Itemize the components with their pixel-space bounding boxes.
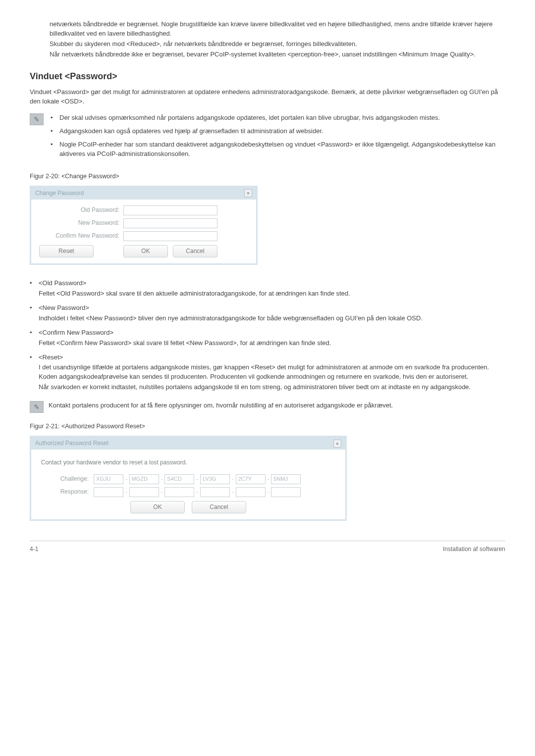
dash-icon: - [266, 488, 271, 496]
cancel-button[interactable]: Cancel [192, 501, 246, 513]
response-seg-input[interactable] [164, 487, 194, 497]
dialog-titlebar: Authorized Password Reset × [31, 437, 345, 450]
dialog-titlebar: Change Password × [31, 187, 256, 200]
desc-item-reset: <Reset> I det usandsynlige tilfælde at p… [30, 353, 505, 392]
challenge-seg: LV3G [200, 474, 230, 484]
desc-term: <Confirm New Password> [39, 328, 505, 338]
dash-icon: - [123, 488, 129, 496]
dash-icon: - [230, 475, 236, 483]
section-intro: Vinduet <Password> gør det muligt for ad… [30, 88, 505, 106]
desc-term: <Reset> [39, 353, 505, 362]
desc-body: Indholdet i feltet <New Password> bliver… [39, 314, 423, 322]
desc-item-confirm: <Confirm New Password> Feltet <Confirm N… [30, 328, 505, 348]
figure-caption-221: Figur 2-21: <Authorized Password Reset> [30, 422, 505, 431]
desc-item-new: <New Password> Indholdet i feltet <New P… [30, 303, 505, 323]
note-list: Der skal udvises opmærksomhed når portal… [49, 113, 505, 162]
challenge-label: Challenge: [39, 475, 94, 483]
desc-body: Feltet <Confirm New Password> skal svare… [39, 339, 331, 347]
old-password-input[interactable] [123, 205, 217, 215]
desc-term: <New Password> [39, 303, 505, 313]
confirm-password-label: Confirm New Password: [39, 232, 123, 240]
new-password-label: New Password: [39, 219, 123, 227]
description-list: <Old Password> Feltet <Old Password> ska… [30, 279, 505, 392]
note-text: Kontakt portalens producent for at få fl… [49, 401, 505, 410]
challenge-seg: 2C7Y [236, 474, 266, 484]
challenge-segments: XGJU - MGZD - S4CD - LV3G - 2C7Y - 5NMJ [94, 474, 301, 484]
section-heading: Vinduet <Password> [30, 70, 505, 83]
note-block-1: ✎ Der skal udvises opmærksomhed når port… [30, 113, 505, 162]
confirm-password-input[interactable] [123, 231, 217, 241]
response-seg-input[interactable] [129, 487, 159, 497]
dash-icon: - [230, 488, 236, 496]
cancel-button[interactable]: Cancel [173, 245, 217, 257]
dash-icon: - [194, 475, 200, 483]
note-item: Adgangskoden kan også opdateres ved hjæl… [51, 127, 505, 136]
note-item: Der skal udvises opmærksomhed når portal… [51, 113, 505, 123]
dash-icon: - [194, 488, 200, 496]
dash-icon: - [266, 475, 271, 483]
desc-item-old: <Old Password> Feltet <Old Password> ska… [30, 279, 505, 299]
close-icon[interactable]: × [244, 189, 252, 197]
desc-body: I det usandsynlige tilfælde at portalens… [39, 363, 505, 382]
intro-p2: Skubber du skyderen mod <Reduced>, når n… [50, 40, 505, 49]
change-password-dialog: Change Password × Old Password: New Pass… [30, 186, 258, 265]
note-icon: ✎ [30, 113, 44, 125]
intro-p1: netværkets båndbredde er begrænset. Nogl… [50, 20, 505, 39]
footer-section-title: Installation af softwaren [443, 545, 505, 554]
ok-button[interactable]: OK [130, 501, 185, 513]
dash-icon: - [159, 488, 165, 496]
response-seg-input[interactable] [271, 487, 301, 497]
dialog-title-text: Authorized Password Reset [35, 439, 108, 448]
intro-p3: Når netværkets båndbredde ikke er begræn… [50, 50, 505, 59]
response-seg-input[interactable] [94, 487, 123, 497]
authorized-password-reset-dialog: Authorized Password Reset × Contact your… [30, 436, 347, 521]
desc-term: <Old Password> [39, 279, 505, 288]
dash-icon: - [123, 475, 129, 483]
response-segments: - - - - - [94, 487, 301, 497]
desc-body: Feltet <Old Password> skal svare til den… [39, 290, 350, 297]
reset-button[interactable]: Reset [39, 245, 94, 257]
challenge-seg: MGZD [129, 474, 159, 484]
note-icon: ✎ [30, 401, 44, 413]
ok-button[interactable]: OK [123, 245, 168, 257]
intro-block: netværkets båndbredde er begrænset. Nogl… [30, 20, 505, 59]
challenge-seg: S4CD [164, 474, 194, 484]
response-label: Response: [39, 488, 94, 496]
footer-page-number: 4-1 [30, 545, 38, 554]
note-block-2: ✎ Kontakt portalens producent for at få … [30, 401, 505, 413]
old-password-label: Old Password: [39, 206, 123, 214]
figure-caption-220: Figur 2-20: <Change Password> [30, 172, 505, 181]
challenge-seg: 5NMJ [271, 474, 301, 484]
page-footer: 4-1 Installation af softwaren [30, 541, 505, 554]
response-seg-input[interactable] [200, 487, 230, 497]
close-icon[interactable]: × [333, 440, 341, 448]
note-item: Nogle PCoIP-enheder har som standard dea… [51, 140, 505, 159]
apr-intro-text: Contact your hardware vendor to reset a … [41, 458, 337, 467]
dialog-title-text: Change Password [35, 189, 84, 198]
challenge-seg: XGJU [94, 474, 123, 484]
dash-icon: - [159, 475, 165, 483]
response-seg-input[interactable] [236, 487, 266, 497]
desc-body-2: Når svarkoden er korrekt indtastet, nuls… [39, 383, 505, 392]
new-password-input[interactable] [123, 218, 217, 228]
